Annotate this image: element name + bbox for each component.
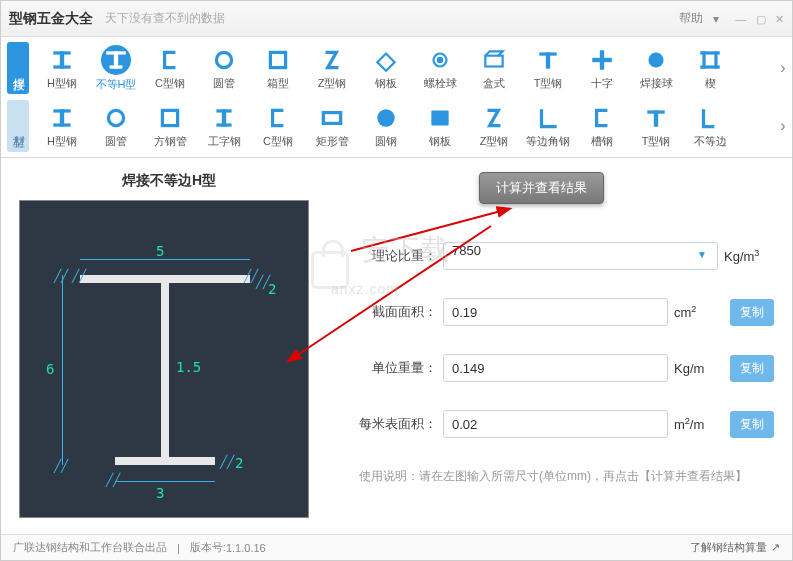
copy-surface-button[interactable]: 复制 [730, 411, 774, 438]
dim-height[interactable]: 6 [46, 361, 54, 377]
tool-p-t[interactable]: T型钢 [629, 104, 683, 149]
tool-t-steel[interactable]: T型钢 [521, 46, 575, 91]
credit-text: 广联达钢结构和工作台联合出品 [13, 540, 167, 555]
row-density: 理论比重： 7850 Kg/m3 [359, 242, 774, 270]
content: 焊接不等边H型 ╱╱ ╱╱ ╱╱ ╱╱ ╱╱ ╱╱ ╱╱ 5 2 6 1.5 2… [1, 158, 792, 561]
help-link[interactable]: 帮助 [679, 10, 703, 27]
tool-p-c-steel[interactable]: C型钢 [251, 104, 305, 149]
tool-p-z[interactable]: Z型钢 [467, 104, 521, 149]
handle-icon[interactable]: ╱╱ [72, 269, 86, 283]
profile-tools: H型钢 圆管 方钢管 工字钢 C型钢 矩形管 圆钢 钢板 Z型钢 等边角钢 槽钢… [35, 104, 774, 149]
tool-p-unequal-angle[interactable]: 不等边 [683, 104, 737, 149]
weight-unit: Kg/m [674, 361, 724, 376]
version-value: 1.1.0.16 [226, 542, 266, 554]
surface-label: 每米表面积： [359, 415, 437, 433]
window-controls: — ▢ ✕ [729, 12, 784, 26]
tool-p-h-beam[interactable]: H型钢 [35, 104, 89, 149]
svg-rect-28 [323, 112, 340, 123]
dim-line-height [62, 275, 63, 465]
svg-point-6 [216, 52, 231, 67]
version-label: 版本号: [190, 540, 226, 555]
area-label: 截面面积： [359, 303, 437, 321]
titlebar: 型钢五金大全 天下没有查不到的数据 帮助 ▾ — ▢ ✕ [1, 1, 792, 37]
dim-web-thick[interactable]: 1.5 [176, 359, 201, 375]
svg-rect-32 [654, 110, 658, 126]
tool-c-steel[interactable]: C型钢 [143, 46, 197, 91]
tool-p-round[interactable]: 圆钢 [359, 104, 413, 149]
row-weight: 单位重量： Kg/m 复制 [359, 354, 774, 382]
tool-p-square[interactable]: 方钢管 [143, 104, 197, 149]
scroll-right-icon[interactable]: › [774, 59, 792, 77]
tab-weld[interactable]: 焊接 [7, 42, 29, 94]
tool-pipe[interactable]: 圆管 [197, 46, 251, 91]
weld-tools: H型钢 不等H型 C型钢 圆管 箱型 Z型钢 钢板 螺栓球 盒式 T型钢 十字 … [35, 45, 774, 92]
beam-bottom-flange [115, 457, 215, 465]
svg-rect-22 [53, 123, 70, 126]
toolbar-area: 焊接 H型钢 不等H型 C型钢 圆管 箱型 Z型钢 钢板 螺栓球 盒式 T型钢 … [1, 37, 792, 158]
dim-line-bot [115, 481, 215, 482]
tool-p-angle[interactable]: 等边角钢 [521, 104, 575, 149]
scroll-right-icon-2[interactable]: › [774, 117, 792, 135]
tool-unequal-h[interactable]: 不等H型 [89, 45, 143, 92]
svg-point-9 [438, 57, 442, 61]
app-slogan: 天下没有查不到的数据 [105, 10, 225, 27]
diagram-side: 焊接不等边H型 ╱╱ ╱╱ ╱╱ ╱╱ ╱╱ ╱╱ ╱╱ 5 2 6 1.5 2… [19, 172, 319, 561]
learn-more-link[interactable]: 了解钢结构算量 [690, 540, 767, 555]
svg-rect-19 [714, 51, 717, 68]
surface-unit: m2/m [674, 416, 724, 432]
diagram-box[interactable]: ╱╱ ╱╱ ╱╱ ╱╱ ╱╱ ╱╱ ╱╱ 5 2 6 1.5 2 3 [19, 200, 309, 518]
dim-top-width[interactable]: 5 [156, 243, 164, 259]
tool-bolt-ball[interactable]: 螺栓球 [413, 46, 467, 91]
svg-point-23 [108, 110, 123, 125]
copy-weight-button[interactable]: 复制 [730, 355, 774, 382]
svg-rect-14 [592, 57, 612, 61]
tab-profile[interactable]: 型材 [7, 100, 29, 152]
dim-bot-thick[interactable]: 2 [235, 455, 243, 471]
tool-wedge[interactable]: 楔 [683, 46, 737, 91]
tool-p-i-beam[interactable]: 工字钢 [197, 104, 251, 149]
tool-h-beam[interactable]: H型钢 [35, 46, 89, 91]
row-surface: 每米表面积： m2/m 复制 [359, 410, 774, 438]
handle-icon[interactable]: ╱╱ [106, 473, 120, 487]
minimize-icon[interactable]: — [735, 13, 746, 25]
dim-line-top [80, 259, 250, 260]
dim-bot-width[interactable]: 3 [156, 485, 164, 501]
toolbar-row-weld: 焊接 H型钢 不等H型 C型钢 圆管 箱型 Z型钢 钢板 螺栓球 盒式 T型钢 … [1, 39, 792, 97]
tool-cassette[interactable]: 盒式 [467, 46, 521, 91]
tool-plate[interactable]: 钢板 [359, 46, 413, 91]
copy-area-button[interactable]: 复制 [730, 299, 774, 326]
close-icon[interactable]: ✕ [775, 13, 784, 25]
maximize-icon[interactable]: ▢ [756, 13, 766, 25]
tool-p-pipe[interactable]: 圆管 [89, 104, 143, 149]
tool-weld-ball[interactable]: 焊接球 [629, 46, 683, 91]
svg-rect-12 [546, 52, 550, 68]
svg-rect-24 [162, 110, 177, 125]
tool-p-channel[interactable]: 槽钢 [575, 104, 629, 149]
svg-rect-7 [270, 52, 285, 67]
handle-icon[interactable]: ╱╱ [54, 269, 68, 283]
external-icon: ↗ [771, 541, 780, 554]
usage-text: 使用说明：请在左图输入所需尺寸(单位mm)，再点击【计算并查看结果】 [359, 468, 774, 485]
weight-input[interactable] [443, 354, 668, 382]
app-title: 型钢五金大全 [9, 10, 93, 28]
diagram-title: 焊接不等边H型 [19, 172, 319, 190]
tool-z-steel[interactable]: Z型钢 [305, 46, 359, 91]
tool-p-plate[interactable]: 钢板 [413, 104, 467, 149]
tool-cross[interactable]: 十字 [575, 46, 629, 91]
help-dropdown-icon[interactable]: ▾ [713, 12, 719, 26]
area-input[interactable] [443, 298, 668, 326]
density-select[interactable]: 7850 [443, 242, 718, 270]
tool-p-rect[interactable]: 矩形管 [305, 104, 359, 149]
dim-top-thick[interactable]: 2 [268, 281, 276, 297]
weight-label: 单位重量： [359, 359, 437, 377]
tool-box[interactable]: 箱型 [251, 46, 305, 91]
svg-point-29 [377, 109, 394, 126]
handle-icon[interactable]: ╱╱ [54, 459, 68, 473]
calculate-button[interactable]: 计算并查看结果 [479, 172, 604, 204]
svg-rect-27 [216, 123, 231, 126]
form-side: 计算并查看结果 理论比重： 7850 Kg/m3 截面面积： cm2 复制 单位… [319, 172, 774, 561]
handle-icon[interactable]: ╱╱ [220, 455, 234, 469]
beam-web [161, 275, 169, 465]
surface-input[interactable] [443, 410, 668, 438]
area-unit: cm2 [674, 304, 724, 320]
